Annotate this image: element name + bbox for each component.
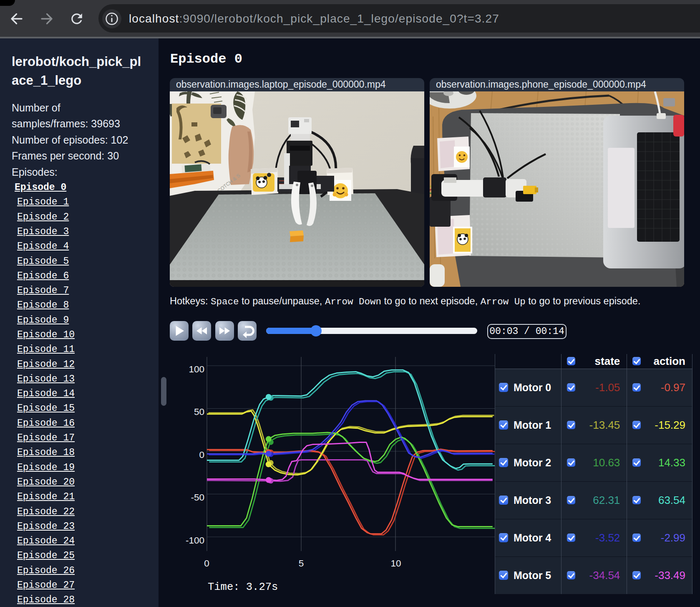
svg-text:-50: -50 (191, 492, 204, 503)
svg-text:5: 5 (299, 558, 304, 569)
svg-text:100: 100 (189, 364, 204, 374)
svg-text:Time: 3.27s: Time: 3.27s (208, 581, 278, 593)
svg-text:0: 0 (204, 558, 209, 569)
svg-text:10: 10 (390, 558, 401, 569)
svg-text:0: 0 (199, 450, 204, 460)
svg-text:50: 50 (194, 407, 204, 417)
svg-text:-100: -100 (186, 535, 204, 546)
